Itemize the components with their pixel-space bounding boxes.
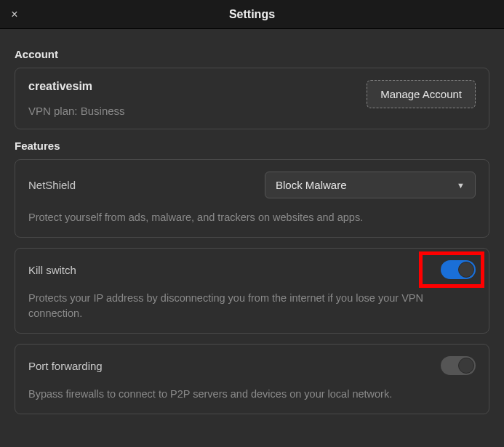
netshield-selected-value: Block Malware: [276, 179, 347, 191]
settings-content: Account creativesim VPN plan: Business M…: [0, 29, 504, 435]
section-features-label: Features: [15, 140, 489, 152]
section-account-label: Account: [15, 48, 489, 60]
manage-account-button[interactable]: Manage Account: [367, 80, 476, 108]
killswitch-description: Protects your IP address by disconnectin…: [28, 291, 476, 321]
killswitch-toggle[interactable]: [441, 260, 476, 279]
netshield-card: NetShield Block Malware ▼ Protect yourse…: [15, 159, 489, 238]
toggle-knob: [458, 262, 474, 278]
chevron-down-icon: ▼: [457, 181, 465, 190]
portforwarding-title: Port forwarding: [28, 360, 103, 372]
killswitch-card: Kill switch Protects your IP address by …: [15, 248, 489, 334]
netshield-title: NetShield: [28, 179, 76, 191]
window-title: Settings: [0, 8, 504, 21]
portforwarding-toggle[interactable]: [441, 356, 476, 375]
toggle-knob: [458, 358, 474, 374]
portforwarding-card: Port forwarding Bypass firewalls to conn…: [15, 344, 489, 414]
close-icon[interactable]: ×: [7, 7, 22, 22]
killswitch-title: Kill switch: [28, 264, 76, 276]
account-card: creativesim VPN plan: Business Manage Ac…: [15, 68, 489, 129]
netshield-description: Protect yourself from ads, malware, and …: [28, 210, 476, 225]
account-username: creativesim: [28, 80, 125, 93]
portforwarding-description: Bypass firewalls to connect to P2P serve…: [28, 387, 476, 402]
netshield-dropdown[interactable]: Block Malware ▼: [265, 172, 476, 198]
titlebar: × Settings: [0, 0, 504, 29]
account-plan: VPN plan: Business: [28, 105, 125, 117]
